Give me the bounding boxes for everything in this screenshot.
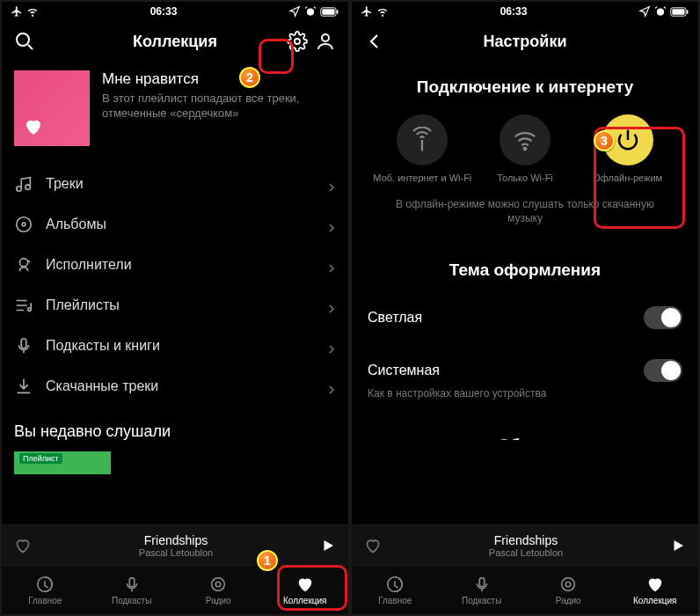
net-offline[interactable]: Офлайн-режим (577, 114, 679, 184)
svg-point-0 (307, 9, 314, 16)
alarm-icon (304, 5, 317, 18)
profile-icon[interactable] (315, 31, 336, 52)
settings-icon[interactable] (287, 31, 308, 52)
wifi-icon (499, 114, 551, 165)
liked-desc: В этот плейлист попадают все треки, отме… (102, 92, 336, 121)
svg-rect-24 (479, 578, 485, 587)
heart-icon (23, 116, 44, 137)
theme-system-sub: Как в настройках вашего устройства (364, 387, 686, 400)
play-icon[interactable] (670, 538, 686, 554)
heart-outline-icon[interactable] (364, 537, 382, 554)
main-icon (35, 575, 55, 594)
antenna-icon (397, 114, 448, 165)
now-playing[interactable]: Friendships Pascal Letoublon (2, 524, 348, 565)
airplane-icon (11, 5, 23, 18)
liked-playlist[interactable]: Мне нравится В этот плейлист попадают вс… (14, 62, 336, 162)
theme-system-row[interactable]: Системная (364, 350, 686, 387)
tab-main[interactable]: Главное (352, 566, 439, 614)
svg-point-26 (562, 578, 575, 591)
tabbar: Главное Подкасты Радио Коллекция (2, 565, 348, 614)
status-bar: 06:33 (352, 2, 698, 21)
heart-icon (645, 575, 665, 594)
np-artist: Pascal Letoublon (389, 547, 663, 558)
net-mobile-wifi[interactable]: Моб. интернет и Wi-Fi (372, 114, 474, 184)
airplane-icon (361, 5, 373, 18)
svg-point-17 (212, 578, 225, 591)
phone-collection: 06:33 Коллекция 2 Мне нравится В этот пл… (2, 2, 348, 614)
menu-playlists[interactable]: Плейлисты (14, 285, 336, 326)
svg-rect-21 (687, 10, 689, 14)
svg-point-7 (17, 187, 22, 192)
liked-cover (14, 70, 90, 146)
albums-icon (14, 215, 33, 234)
status-bar: 06:33 (2, 2, 348, 21)
svg-rect-2 (322, 9, 334, 14)
settings-content: Подключение к интернету Моб. интернет и … (352, 62, 698, 524)
svg-rect-20 (672, 9, 684, 14)
svg-point-18 (657, 9, 664, 16)
menu-downloaded[interactable]: Скачанные треки (14, 366, 336, 407)
wifi-icon (26, 5, 39, 18)
heart-outline-icon[interactable] (14, 537, 32, 554)
theme-light-row[interactable]: Светлая (364, 297, 686, 334)
location-icon (288, 5, 301, 18)
svg-point-5 (295, 39, 300, 44)
tab-podcasts[interactable]: Подкасты (89, 566, 176, 614)
svg-point-25 (566, 582, 572, 587)
svg-point-9 (17, 217, 32, 232)
toggle-light[interactable] (644, 306, 682, 329)
callout-3: 3 (594, 130, 615, 151)
chevron-right-icon (327, 220, 336, 229)
play-icon[interactable] (320, 538, 336, 554)
menu-albums[interactable]: Альбомы (14, 204, 336, 245)
page-title: Коллекция (133, 33, 217, 51)
np-title: Friendships (389, 533, 663, 547)
heart-icon (295, 575, 315, 594)
location-icon (638, 5, 651, 18)
chevron-right-icon (327, 260, 336, 269)
alarm-icon (654, 5, 667, 18)
tab-radio[interactable]: Радио (525, 566, 612, 614)
tabbar: Главное Подкасты Радио Коллекция (352, 565, 698, 614)
svg-point-6 (322, 34, 329, 41)
tab-main[interactable]: Главное (2, 566, 89, 614)
net-section-title: Подключение к интернету (364, 62, 686, 114)
back-icon[interactable] (364, 31, 385, 52)
now-playing[interactable]: Friendships Pascal Letoublon (352, 524, 698, 565)
battery-icon (670, 5, 689, 18)
menu-podcasts[interactable]: Подкасты и книги (14, 326, 336, 366)
menu-tracks[interactable]: Треки (14, 164, 336, 204)
tab-radio[interactable]: Радио (175, 566, 262, 614)
mic-icon (14, 336, 33, 356)
menu-artists[interactable]: Исполнители (14, 245, 336, 285)
main-icon (385, 575, 405, 594)
recent-title: Вы недавно слушали (14, 407, 336, 451)
svg-point-4 (17, 33, 29, 46)
svg-point-22 (524, 148, 527, 150)
net-wifi-only[interactable]: Только Wi-Fi (474, 114, 576, 184)
tracks-icon (14, 174, 33, 194)
radio-icon (558, 575, 578, 594)
artists-icon (14, 255, 33, 275)
search-icon[interactable] (14, 31, 35, 52)
podcast-icon (472, 575, 492, 594)
chevron-right-icon (327, 341, 336, 350)
playlists-icon (14, 296, 33, 315)
battery-icon (320, 5, 339, 18)
svg-point-16 (216, 582, 222, 587)
tab-podcasts[interactable]: Подкасты (439, 566, 526, 614)
status-time: 06:33 (150, 5, 178, 18)
download-icon (14, 377, 33, 396)
svg-point-11 (19, 259, 27, 267)
svg-rect-15 (129, 578, 135, 587)
liked-title: Мне нравится (102, 70, 336, 88)
partial-section: Общие (364, 426, 686, 440)
net-modes: Моб. интернет и Wi-Fi Только Wi-Fi Офлай… (364, 114, 686, 193)
recent-tile[interactable]: Плейлист (14, 451, 111, 474)
callout-1: 1 (257, 550, 278, 571)
svg-rect-3 (337, 10, 339, 14)
tab-collection[interactable]: Коллекция (262, 566, 349, 614)
wifi-icon (376, 5, 389, 18)
tab-collection[interactable]: Коллекция (612, 566, 699, 614)
toggle-system[interactable] (644, 359, 682, 382)
